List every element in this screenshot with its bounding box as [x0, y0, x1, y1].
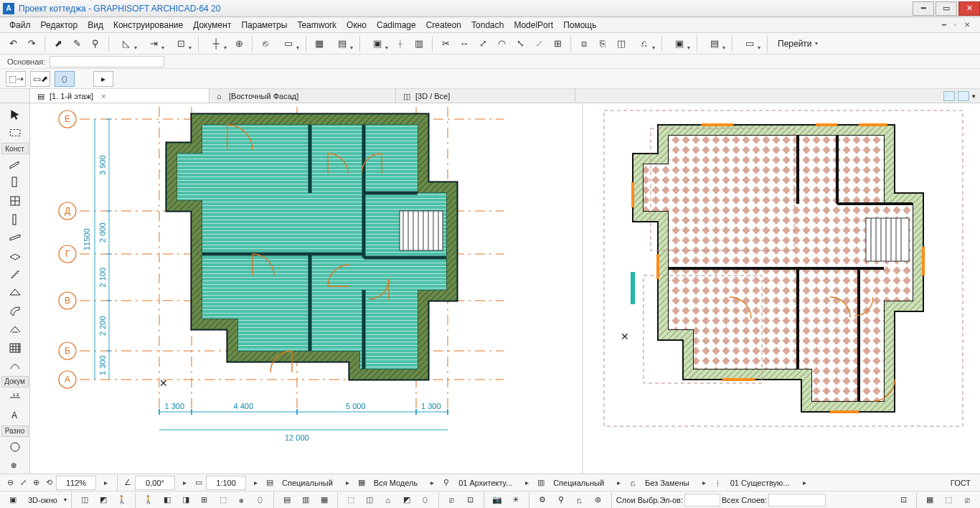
pick-icon[interactable]: ⬈ — [50, 35, 67, 52]
mode-quick-select[interactable]: ⬯ — [55, 71, 75, 87]
end2-icon[interactable]: ▦ — [921, 493, 938, 507]
roof-tool[interactable] — [4, 284, 26, 301]
nav4-icon[interactable]: ⊞ — [196, 493, 213, 507]
menu-createon[interactable]: Createon — [421, 20, 466, 30]
walk-icon[interactable]: 🚶 — [113, 493, 131, 507]
drawing-canvas[interactable]: ЕДГВБА 3 9002 0002 1002 2001 300 11500 — [30, 103, 980, 474]
trim-icon[interactable]: ⟋ — [530, 35, 547, 52]
link-icon[interactable]: ⎘ — [594, 35, 611, 52]
module-icon[interactable]: ◫ — [613, 35, 630, 52]
goto-dropdown[interactable]: Перейти — [772, 35, 824, 52]
menu-help[interactable]: Помощь — [558, 20, 601, 30]
column-tool[interactable] — [4, 211, 26, 228]
cam-icon[interactable]: 📷 — [489, 493, 506, 507]
grid-snap-icon[interactable]: ┼ — [203, 35, 229, 52]
beam-tool[interactable] — [4, 229, 26, 246]
skylight-tool[interactable] — [4, 321, 26, 338]
menu-cadimage[interactable]: Cadimage — [372, 20, 421, 30]
marquee-tool[interactable] — [4, 125, 26, 142]
status-standard[interactable]: ГОСТ — [946, 476, 976, 490]
reno-menu[interactable] — [611, 476, 626, 490]
wall-tool[interactable] — [4, 156, 26, 173]
sec1-icon[interactable]: ▤ — [278, 493, 296, 507]
override-menu[interactable] — [696, 476, 711, 490]
layer-icon[interactable]: ▤ — [329, 35, 355, 52]
door-tool[interactable] — [4, 174, 26, 192]
snap-guide-icon[interactable]: ⊡ — [168, 35, 194, 52]
zoom-out-icon[interactable]: ⊖ — [4, 477, 16, 489]
undo-icon[interactable]: ↶ — [4, 35, 22, 52]
dimension-tool[interactable]: 1.2 — [4, 389, 26, 406]
mode-pointer[interactable]: ▸ — [93, 71, 113, 87]
group-icon[interactable]: ▭ — [275, 35, 301, 52]
nav2-icon[interactable]: ◧ — [159, 493, 176, 507]
tab-right-controls[interactable]: ▾ — [939, 89, 980, 103]
tab-floorplan[interactable]: ▤ [1. 1-й этаж] × — [30, 89, 209, 103]
eyedropper-icon[interactable]: ✎ — [68, 35, 85, 52]
mdi-window-buttons[interactable]: ━ ▫ ✕ — [942, 21, 976, 29]
resize-icon[interactable]: ⤡ — [512, 35, 529, 52]
menu-options[interactable]: Параметры — [236, 20, 292, 30]
scale-menu[interactable] — [248, 476, 263, 490]
scale-value[interactable]: 1:100 — [206, 476, 246, 490]
angle-menu[interactable] — [176, 476, 192, 490]
trace-icon[interactable]: ▥ — [410, 35, 428, 52]
menu-tondach[interactable]: Tondach — [466, 20, 509, 30]
render1-icon[interactable]: ⎚ — [443, 493, 461, 507]
favorites-icon[interactable]: ▣ — [364, 35, 390, 52]
render2-icon[interactable]: ⊡ — [462, 493, 479, 507]
gravity-icon[interactable]: ⊕ — [230, 35, 248, 52]
view3d-button[interactable]: 3D-окно — [23, 493, 62, 507]
nav6-icon[interactable]: ⎈ — [233, 493, 250, 507]
op3-icon[interactable]: ⎌ — [571, 493, 588, 507]
sec2-icon[interactable]: ▥ — [297, 493, 314, 507]
viewmap-icon[interactable]: ▣ — [666, 35, 692, 52]
status-modelview[interactable]: Вся Модель — [369, 476, 423, 490]
suspend-icon[interactable]: ⎋ — [257, 35, 274, 52]
shade2-icon[interactable]: ◫ — [361, 493, 378, 507]
shade5-icon[interactable]: ⬯ — [417, 493, 434, 507]
shade1-icon[interactable]: ⬚ — [342, 493, 359, 507]
op2-icon[interactable]: ⚲ — [552, 493, 570, 507]
fillet-icon[interactable]: ◠ — [493, 35, 510, 52]
mesh-tool[interactable] — [4, 438, 26, 456]
slab-tool[interactable] — [4, 248, 26, 265]
all-layers-field[interactable] — [768, 494, 826, 507]
renofilter-menu[interactable] — [796, 476, 811, 490]
solid-op-icon[interactable]: ⧈ — [575, 35, 593, 52]
mode-marquee[interactable]: ▭⬈ — [30, 71, 50, 87]
overlay-icon[interactable] — [958, 91, 969, 101]
morph-tool[interactable] — [4, 357, 26, 375]
mode-arrow-cursor[interactable]: ⬚⇢ — [6, 71, 26, 87]
minimize-button[interactable]: ━ — [913, 1, 934, 16]
curtainwall-tool[interactable] — [4, 339, 26, 357]
guideline-icon[interactable]: ⇥ — [141, 35, 166, 52]
quickopt-icon[interactable]: ▭ — [737, 35, 763, 52]
end4-icon[interactable]: ⎚ — [958, 493, 976, 507]
persp-icon[interactable]: ◫ — [76, 493, 93, 507]
end1-icon[interactable]: ⊡ — [895, 493, 912, 507]
menu-file[interactable]: Файл — [4, 20, 36, 30]
extend-icon[interactable]: ⊞ — [549, 35, 566, 52]
shade4-icon[interactable]: ◩ — [398, 493, 415, 507]
redo-icon[interactable]: ↷ — [23, 35, 40, 52]
penset-menu[interactable] — [519, 476, 534, 490]
tab-close-icon[interactable]: × — [101, 92, 105, 100]
object-tool[interactable]: ⊕ — [4, 456, 26, 474]
chevron-down-icon[interactable]: ▾ — [972, 93, 976, 100]
arrow-tool[interactable] — [4, 106, 26, 123]
lock-icon[interactable]: ▦ — [311, 35, 328, 52]
split-icon[interactable]: ✂ — [437, 35, 454, 52]
status-renofilter[interactable]: 01 Существую... — [725, 476, 795, 490]
menu-design[interactable]: Конструирование — [108, 20, 188, 30]
stair-tool[interactable] — [4, 266, 26, 283]
zoom-prev-icon[interactable]: ⟲ — [43, 477, 55, 489]
shade3-icon[interactable]: ⌂ — [380, 493, 397, 507]
nav7-icon[interactable]: ⬯ — [252, 493, 269, 507]
angle-value[interactable]: 0,00° — [135, 476, 175, 490]
shell-tool[interactable] — [4, 303, 26, 320]
nav3-icon[interactable]: ◨ — [177, 493, 194, 507]
zoom-in-icon[interactable]: ⊕ — [30, 477, 42, 489]
text-tool[interactable]: A — [4, 407, 26, 424]
adjust-icon[interactable]: ↔ — [456, 35, 473, 52]
